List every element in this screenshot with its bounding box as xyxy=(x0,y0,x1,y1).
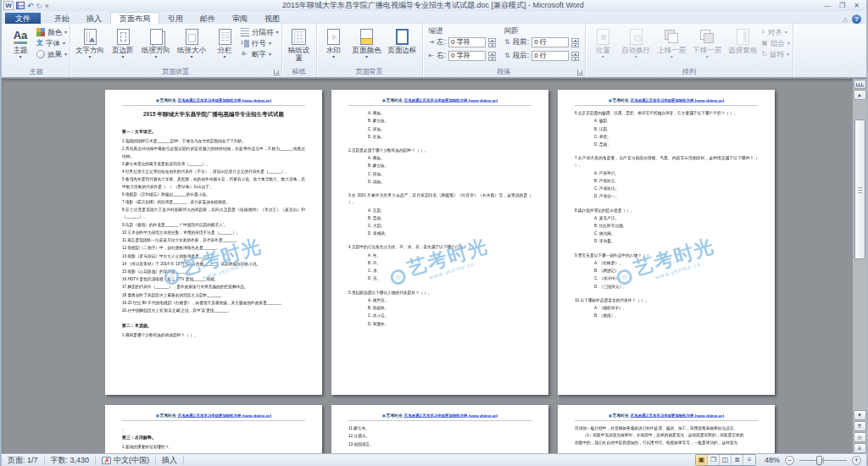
send-backward-button[interactable]: 下移一层▾ xyxy=(690,25,724,67)
paragraph-line: 剪辑的一般过程中，对音频效果素材进行软件处理、编辑、加工，采用宽银幕效果恰当适宜… xyxy=(575,424,758,431)
option-line: A. 藏族。 xyxy=(368,109,531,116)
tab-review[interactable]: 审阅 xyxy=(224,13,256,24)
paragraph-dialog-launcher-icon[interactable] xyxy=(577,69,583,75)
page-color-button[interactable]: 页面颜色▾ xyxy=(350,25,384,67)
scroll-up-icon[interactable]: ▲ xyxy=(854,90,866,100)
language-indicator[interactable]: 中文(中国) xyxy=(96,456,156,465)
indent-left-stepper[interactable]: ▲▼ xyxy=(488,38,496,47)
tab-home[interactable]: 开始 xyxy=(46,13,78,24)
question-line: 15.电影《心花路放》的导演是______。 xyxy=(122,268,305,275)
tab-view[interactable]: 视图 xyxy=(256,13,288,24)
option-line: D. 壮族。 xyxy=(368,133,531,140)
line-numbers-button[interactable]: 行号▾ xyxy=(241,39,279,47)
zoom-level[interactable]: 48% xyxy=(761,456,780,464)
wrap-text-button[interactable]: 自动换行▾ xyxy=(619,25,653,67)
tab-file[interactable]: 文件 xyxy=(5,13,41,24)
question-line: 11.蒙太奇。 xyxy=(348,424,531,431)
next-page-button[interactable]: ⇊ xyxy=(854,443,866,453)
option-line: D. 荀慧生。 xyxy=(368,320,531,327)
paper-size-button[interactable]: 纸张大小▾ xyxy=(175,25,209,67)
page-header: 艺考时光艺考易通让艺考学习变得更加轻松方便 (www.yktime.cn) xyxy=(348,97,531,105)
indent-left-field[interactable]: 0 字符 xyxy=(448,37,486,47)
web-layout-button[interactable]: ◫ xyxy=(720,455,732,465)
question-line: 。 xyxy=(122,424,305,431)
save-button[interactable] xyxy=(16,2,25,9)
position-button[interactable]: 位置▾ xyxy=(588,25,617,67)
question-line: 3.在 2001 年被评为世界文化遗产，其代表剧目有《窦娥冤》《牡丹亭》《长生殿… xyxy=(348,191,531,205)
theme-fonts-button[interactable]: 文字体▾ xyxy=(36,39,67,47)
collapse-ribbon-icon[interactable]: △ xyxy=(843,16,848,23)
page-borders-button[interactable]: 页面边框 xyxy=(386,25,420,67)
window-title: 2015年聊城大学东昌学院广播电视编导专业招生考试试题.doc [兼容模式] -… xyxy=(49,0,818,11)
columns-button[interactable]: 分栏▾ xyxy=(210,25,239,67)
align-button[interactable]: ≡对齐▾ xyxy=(761,28,790,36)
ribbon-group-themes: Aa 主题▾ 颜色▾ 文字体▾ 效果▾ 主题 xyxy=(3,24,70,77)
spacing-after-stepper[interactable]: ▲▼ xyxy=(571,52,579,61)
word-count[interactable]: 字数: 3,430 xyxy=(45,456,97,465)
zoom-slider-thumb[interactable] xyxy=(816,456,822,465)
zoom-out-button[interactable]: − xyxy=(785,456,794,465)
help-button[interactable]: ? xyxy=(852,14,861,24)
document-page-6[interactable]: 艺考时光艺考易通让艺考学习变得更加轻松方便 (www.yktime.cn)剪辑的… xyxy=(558,405,775,453)
hyphenation-button[interactable]: 断字▾ xyxy=(241,50,279,58)
text-direction-button[interactable]: 文字方向▾ xyxy=(73,25,107,67)
minimize-button[interactable]: — xyxy=(824,1,831,11)
scrollbar-track[interactable] xyxy=(854,101,866,408)
undo-button[interactable]: ↶ xyxy=(27,2,34,10)
zoom-in-button[interactable]: + xyxy=(852,456,861,465)
indent-right-field[interactable]: 0 字符 xyxy=(448,51,486,61)
spacing-before-stepper[interactable]: ▲▼ xyxy=(571,38,579,47)
previous-page-button[interactable]: ⇈ xyxy=(854,421,866,431)
tab-references[interactable]: 引用 xyxy=(159,13,192,24)
group-button[interactable]: ▣组合▾ xyxy=(761,39,790,47)
document-page-4[interactable]: 艺考时光艺考易通让艺考学习变得更加轻松方便 (www.yktime.cn)。第三… xyxy=(105,405,322,453)
themes-button[interactable]: Aa 主题▾ xyxy=(6,25,35,67)
scroll-down-icon[interactable]: ▼ xyxy=(854,410,866,420)
page-setup-dialog-launcher-icon[interactable] xyxy=(274,69,280,75)
bring-forward-icon xyxy=(665,30,678,43)
restore-button[interactable]: ❐ xyxy=(839,1,845,11)
document-page-5[interactable]: 艺考时光艺考易通让艺考学习变得更加轻松方便 (www.yktime.cn)11.… xyxy=(331,405,548,453)
page-indicator[interactable]: 页面: 1/7 xyxy=(2,456,45,465)
grid-settings-button[interactable]: 稿纸设置 xyxy=(285,25,314,67)
indent-right-icon: ⇤ xyxy=(429,52,435,60)
scrollbar-thumb[interactable] xyxy=(854,119,865,259)
word-app-icon[interactable]: W xyxy=(3,1,14,10)
select-browse-object-button[interactable]: ◎ xyxy=(854,432,866,442)
document-page-3[interactable]: 艺考时光艺考易通让艺考学习变得更加轻松方便 (www.yktime.cn)6.北… xyxy=(558,90,775,395)
full-screen-reading-button[interactable]: ❒ xyxy=(708,455,720,465)
header-link: 艺考易通让艺考学习变得更加轻松方便 (www.yktime.cn) xyxy=(404,98,498,103)
theme-effects-button[interactable]: 效果▾ xyxy=(36,50,67,58)
theme-colors-button[interactable]: 颜色▾ xyxy=(36,28,67,36)
repeat-button[interactable]: ↻ xyxy=(36,2,43,10)
outline-view-button[interactable]: ≣ xyxy=(732,455,743,465)
option-line: B. 声画对立。 xyxy=(594,177,758,184)
tab-page-layout[interactable]: 页面布局 xyxy=(110,12,159,24)
indent-right-stepper[interactable]: ▲▼ xyxy=(488,52,496,61)
watermark-button[interactable]: 水印▾ xyxy=(320,25,348,67)
tab-insert[interactable]: 插入 xyxy=(78,13,110,24)
send-backward-icon xyxy=(700,30,714,43)
text-direction-icon xyxy=(84,29,97,45)
breaks-button[interactable]: 分隔符▾ xyxy=(241,28,279,36)
bring-forward-button[interactable]: 上移一层▾ xyxy=(654,25,688,67)
spacing-heading: 间距 xyxy=(504,26,579,36)
insert-mode-indicator[interactable]: 插入 xyxy=(156,456,184,465)
zoom-slider[interactable] xyxy=(799,456,847,465)
rotate-button[interactable]: ↻旋转▾ xyxy=(761,50,790,58)
tab-mailings[interactable]: 邮件 xyxy=(192,13,224,24)
ribbon-group-grid: 稿纸设置 稿纸 xyxy=(282,24,317,77)
spacing-before-field[interactable]: 0 行 xyxy=(531,37,569,47)
margins-button[interactable]: 页边距▾ xyxy=(108,25,137,67)
document-page-2[interactable]: 艺考时光艺考易通让艺考学习变得更加轻松方便 (www.yktime.cn)A. … xyxy=(331,90,548,395)
ruler-toggle-button[interactable] xyxy=(854,80,866,89)
margins-icon xyxy=(117,29,130,45)
close-button[interactable]: ✕ xyxy=(854,1,860,11)
orientation-button[interactable]: 纸张方向▾ xyxy=(139,25,173,67)
selection-pane-button[interactable]: 选择窗格 xyxy=(726,25,760,67)
draft-view-button[interactable]: ≡ xyxy=(743,455,755,465)
document-page-1[interactable]: 艺考时光艺考易通让艺考学习变得更加轻松方便 (www.yktime.cn)201… xyxy=(105,90,322,395)
option-line: D. 《三国演义》。 xyxy=(594,283,758,290)
print-layout-view-button[interactable]: ▣ xyxy=(696,455,708,465)
spacing-after-field[interactable]: 0 行 xyxy=(531,51,569,61)
